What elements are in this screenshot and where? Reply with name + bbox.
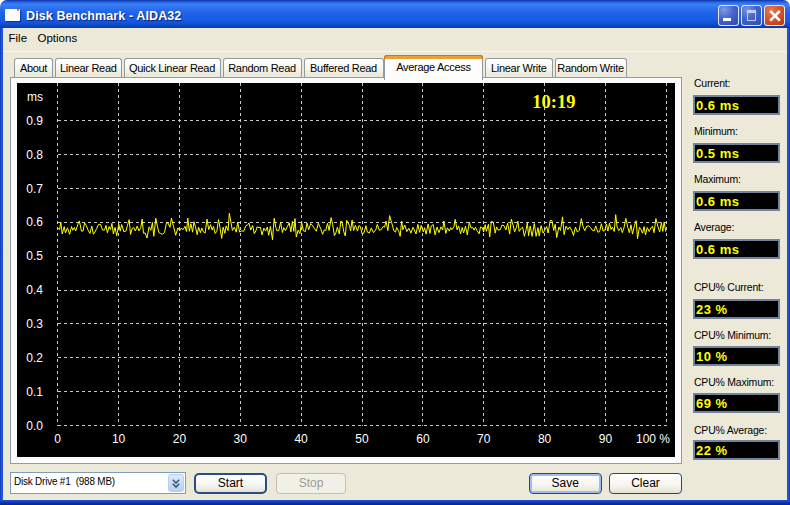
svg-text:0.8: 0.8 bbox=[26, 148, 43, 162]
svg-text:30: 30 bbox=[234, 432, 248, 446]
svg-text:0.0: 0.0 bbox=[26, 419, 43, 433]
svg-text:80: 80 bbox=[538, 432, 552, 446]
svg-text:0.1: 0.1 bbox=[26, 385, 43, 399]
svg-text:0.7: 0.7 bbox=[26, 182, 43, 196]
svg-text:0.3: 0.3 bbox=[26, 317, 43, 331]
svg-text:0.4: 0.4 bbox=[26, 283, 43, 297]
svg-text:20: 20 bbox=[173, 432, 187, 446]
svg-text:0.6: 0.6 bbox=[26, 215, 43, 229]
svg-text:0.9: 0.9 bbox=[26, 114, 43, 128]
svg-text:90: 90 bbox=[599, 432, 613, 446]
svg-text:0.5: 0.5 bbox=[26, 249, 43, 263]
svg-text:0: 0 bbox=[54, 432, 61, 446]
svg-text:ms: ms bbox=[27, 90, 43, 104]
svg-text:0.2: 0.2 bbox=[26, 351, 43, 365]
svg-text:10: 10 bbox=[112, 432, 126, 446]
svg-text:70: 70 bbox=[477, 432, 491, 446]
svg-text:10:19: 10:19 bbox=[532, 92, 575, 112]
svg-text:100 %: 100 % bbox=[636, 432, 670, 446]
svg-text:40: 40 bbox=[294, 432, 308, 446]
svg-text:50: 50 bbox=[355, 432, 369, 446]
svg-text:60: 60 bbox=[416, 432, 430, 446]
